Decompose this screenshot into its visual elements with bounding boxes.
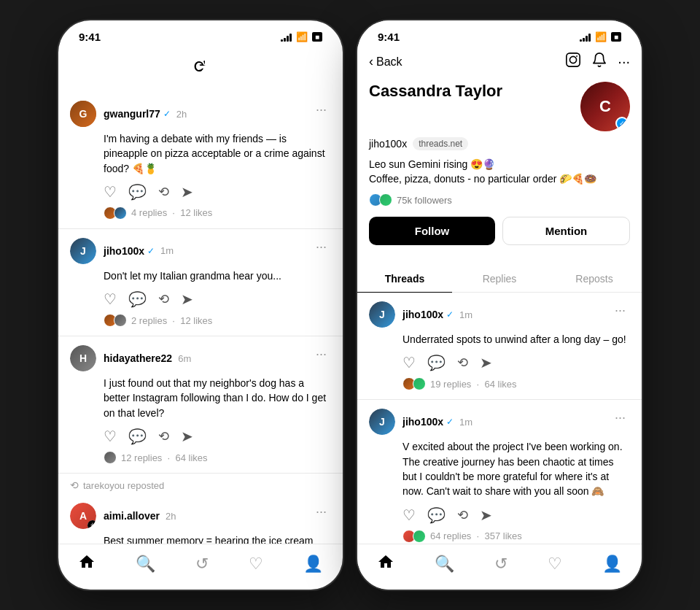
profile-actions: Follow Mention: [369, 217, 630, 245]
topbar-icons: ···: [565, 52, 630, 72]
post-item: A + aimi.allover 2h ··· Best summer memo…: [58, 494, 343, 544]
post-header: J jiho100x ✓ 1m ···: [369, 301, 630, 328]
signal-bar-3: [586, 36, 588, 42]
share-button[interactable]: ➤: [181, 183, 193, 201]
signal-bars-left: [281, 33, 292, 42]
post-user-info: J jiho100x ✓ 1m: [369, 301, 472, 328]
share-button[interactable]: ➤: [480, 506, 492, 524]
follow-button[interactable]: Follow: [369, 217, 495, 245]
like-button[interactable]: ♡: [104, 183, 117, 201]
post-user-info: J jiho100x ✓ 1m: [70, 238, 174, 264]
likes-nav-button-right[interactable]: ♡: [548, 555, 562, 574]
more-button[interactable]: ···: [311, 503, 331, 521]
profile-tabs: Threads Replies Reposts: [357, 266, 642, 293]
more-button[interactable]: ···: [311, 101, 331, 119]
comment-button[interactable]: 💬: [128, 290, 147, 308]
back-label: Back: [376, 55, 402, 69]
bottom-nav: 🔍 ↺ ♡ 👤: [58, 544, 343, 590]
tab-reposts[interactable]: Reposts: [547, 266, 642, 292]
battery-icon: ■: [312, 32, 322, 42]
profile-followers: 75k followers: [369, 193, 630, 206]
share-button[interactable]: ➤: [181, 290, 193, 308]
reply-avatars: [402, 377, 426, 390]
status-icons-left: 📶 ■: [281, 31, 322, 42]
status-icons-right: 📶 ■: [580, 31, 621, 42]
feed-header: [58, 47, 343, 92]
feed-content[interactable]: G gwangurl77 ✓ 2h ··· I'm having a debat…: [58, 92, 343, 544]
notifications-button[interactable]: [591, 52, 607, 72]
bottom-nav-right: 🔍 ↺ ♡ 👤: [357, 544, 642, 590]
search-nav-button[interactable]: 🔍: [136, 555, 155, 574]
post-actions: ♡ 💬 ⟲ ➤: [402, 354, 630, 371]
profile-nav-button[interactable]: 👤: [303, 555, 323, 574]
post-meta: aimi.allover 2h: [104, 510, 176, 522]
repost-button[interactable]: ⟲: [158, 428, 169, 445]
more-options-button[interactable]: ···: [618, 53, 630, 70]
back-chevron-icon: ‹: [369, 54, 373, 69]
post-header: J jiho100x ✓ 1m ···: [70, 238, 331, 264]
post-nav-button-right[interactable]: ↺: [494, 555, 508, 574]
post-stats: 64 replies · 357 likes: [402, 530, 630, 543]
more-button[interactable]: ···: [610, 301, 630, 320]
post-item: H hidayathere22 6m ··· I just found out …: [58, 336, 343, 474]
signal-bar-2: [583, 38, 585, 42]
username: aimi.allover: [104, 510, 160, 522]
post-stats: 4 replies · 12 likes: [104, 206, 331, 220]
verified-badge: ✓: [446, 309, 454, 320]
more-button[interactable]: ···: [610, 409, 630, 427]
more-button[interactable]: ···: [311, 238, 331, 256]
post-header: H hidayathere22 6m ···: [70, 345, 331, 371]
follower-count: 75k followers: [397, 195, 452, 206]
home-nav-button-right[interactable]: [377, 553, 394, 575]
verified-badge: ✓: [163, 109, 171, 119]
mini-avatar: [114, 314, 127, 327]
profile-topbar: ‹ Back: [357, 47, 642, 79]
post-actions: ♡ 💬 ⟲ ➤: [104, 290, 331, 308]
post-stats: 19 replies · 64 likes: [402, 377, 630, 390]
like-button[interactable]: ♡: [104, 428, 117, 445]
follower-avatar: [379, 193, 392, 206]
likes-nav-button[interactable]: ♡: [249, 555, 263, 574]
repost-button[interactable]: ⟲: [457, 506, 468, 524]
like-button[interactable]: ♡: [402, 354, 416, 371]
tab-threads[interactable]: Threads: [357, 266, 452, 292]
mention-button[interactable]: Mention: [502, 217, 630, 245]
profile-feed[interactable]: J jiho100x ✓ 1m ··· Underrated spots to …: [357, 293, 642, 544]
comment-button[interactable]: 💬: [128, 183, 147, 201]
svg-rect-1: [567, 53, 580, 66]
repost-button[interactable]: ⟲: [158, 183, 169, 201]
mini-avatar: [413, 377, 426, 390]
post-nav-button[interactable]: ↺: [195, 555, 209, 574]
profile-top-row: Cassandra Taylor C ✓: [369, 82, 630, 131]
instagram-button[interactable]: [565, 52, 581, 72]
reply-avatars: [104, 451, 117, 464]
post-text: V excited about the project I've been wo…: [402, 439, 630, 498]
post-text: Underrated spots to unwind after a long …: [402, 332, 630, 347]
avatar: A +: [70, 503, 96, 529]
profile-nav-button-right[interactable]: 👤: [602, 555, 622, 574]
search-nav-button-right[interactable]: 🔍: [435, 555, 454, 574]
like-button[interactable]: ♡: [104, 290, 117, 308]
avatar: J: [369, 301, 395, 328]
post-meta: jiho100x ✓ 1m: [402, 309, 472, 320]
comment-button[interactable]: 💬: [427, 506, 446, 524]
like-button[interactable]: ♡: [402, 506, 416, 524]
tab-replies[interactable]: Replies: [452, 266, 547, 292]
back-button[interactable]: ‹ Back: [369, 54, 402, 69]
share-button[interactable]: ➤: [181, 428, 193, 445]
share-button[interactable]: ➤: [480, 354, 492, 371]
repost-button[interactable]: ⟲: [457, 354, 468, 371]
battery-icon-right: ■: [611, 32, 621, 42]
home-nav-button[interactable]: [78, 553, 96, 575]
signal-bar-2: [284, 38, 286, 42]
post-text: Best summer memory = hearing the ice cre…: [104, 533, 331, 544]
more-button[interactable]: ···: [311, 345, 331, 363]
comment-button[interactable]: 💬: [427, 354, 446, 371]
comment-button[interactable]: 💬: [128, 428, 147, 445]
repost-label: ⟲ tarekoyou reposted: [58, 474, 343, 494]
repost-button[interactable]: ⟲: [158, 290, 169, 308]
status-time-left: 9:41: [79, 31, 101, 43]
status-bar-left: 9:41 📶 ■: [58, 20, 343, 47]
signal-bar-1: [580, 39, 582, 42]
post-stats: 12 replies · 64 likes: [104, 451, 331, 464]
